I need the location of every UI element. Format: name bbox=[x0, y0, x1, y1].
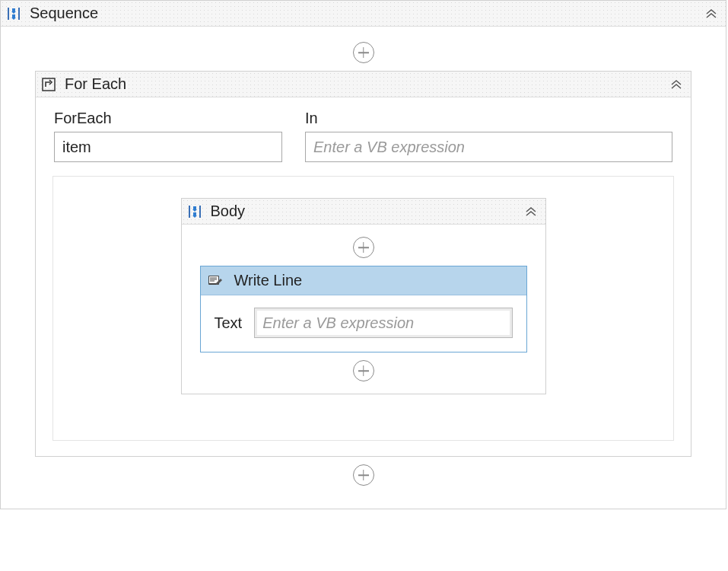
sequence-header[interactable]: Sequence bbox=[1, 1, 726, 27]
collapse-icon[interactable] bbox=[669, 78, 683, 91]
body-title: Body bbox=[211, 203, 246, 220]
collapse-icon[interactable] bbox=[704, 7, 718, 21]
sequence-activity: Sequence For Each bbox=[0, 0, 726, 509]
foreach-collection-label: In bbox=[305, 110, 672, 127]
writeline-body: Text bbox=[201, 295, 526, 352]
plus-icon bbox=[353, 464, 374, 486]
body-header[interactable]: Body bbox=[182, 199, 545, 225]
foreach-body-container: Body bbox=[52, 176, 674, 441]
foreach-collection-input[interactable] bbox=[305, 132, 672, 162]
writeline-text-label: Text bbox=[215, 314, 243, 332]
sequence-icon bbox=[186, 203, 203, 220]
svg-rect-0 bbox=[43, 78, 55, 91]
add-activity-slot-body-bottom[interactable] bbox=[353, 352, 374, 389]
sequence-icon bbox=[5, 5, 22, 22]
foreach-header[interactable]: For Each bbox=[36, 72, 691, 97]
add-activity-slot-body-top[interactable] bbox=[353, 229, 374, 266]
foreach-iterator-input[interactable] bbox=[54, 132, 282, 162]
foreach-config-row: ForEach In bbox=[49, 110, 677, 176]
foreach-icon bbox=[40, 76, 57, 93]
body-activity: Body bbox=[181, 198, 546, 394]
writeline-text-input[interactable] bbox=[254, 308, 512, 338]
foreach-title: For Each bbox=[65, 75, 126, 93]
foreach-iterator-label: ForEach bbox=[54, 110, 282, 127]
writeline-activity[interactable]: Write Line Text bbox=[200, 266, 527, 352]
foreach-activity: For Each ForEach In bbox=[35, 71, 691, 457]
plus-icon bbox=[353, 42, 374, 63]
plus-icon bbox=[353, 237, 374, 258]
writeline-header[interactable]: Write Line bbox=[201, 266, 526, 295]
add-activity-slot-top[interactable] bbox=[353, 34, 374, 71]
writeline-title: Write Line bbox=[234, 272, 303, 289]
add-activity-slot-bottom[interactable] bbox=[353, 457, 374, 493]
collapse-icon[interactable] bbox=[524, 205, 538, 219]
plus-icon bbox=[353, 360, 374, 381]
writeline-icon bbox=[207, 273, 224, 289]
sequence-title: Sequence bbox=[30, 5, 98, 22]
